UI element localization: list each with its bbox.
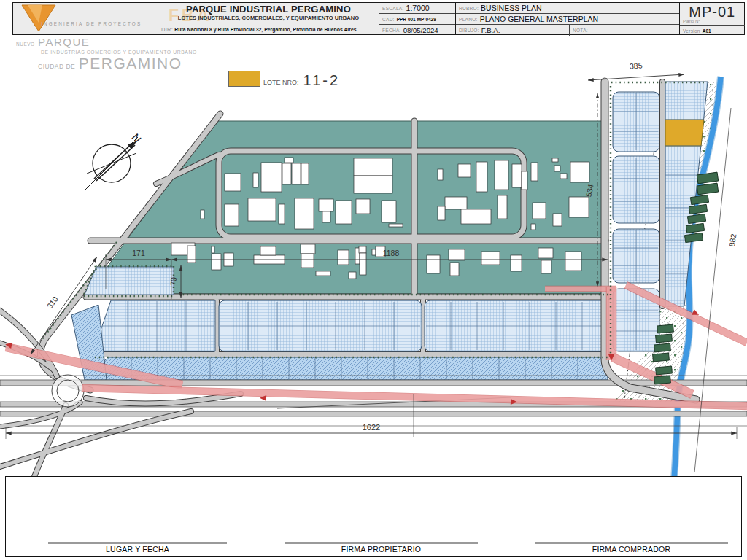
scale-cell: ESCALA:1:7000 CAD:PPR-001-MP-0429 FECHA:…: [379, 3, 455, 34]
fecha-value: 08/05/2024: [403, 26, 438, 34]
version-value: A01: [703, 28, 711, 34]
caption-line2: DE INDUSTRIAS COMERCIOS Y EQUIPAMIENTO U…: [41, 50, 197, 55]
caption-name: PARQUE: [38, 36, 90, 48]
project-title-cell: PARQUE INDUSTRIAL PERGAMINO LOTES INDUST…: [158, 3, 379, 34]
legend-swatch: [228, 71, 260, 87]
cad-label: CAD:: [382, 17, 395, 22]
fecha-label: FECHA:: [382, 28, 401, 33]
sheet-title: PARQUE INDUSTRIAL PERGAMINO: [158, 4, 379, 15]
legend-label: LOTE NRO:: [263, 79, 299, 86]
masterplan-sheet: 171 1188 70 385 534 310 1622 882 N FBA I…: [0, 0, 747, 560]
plan-info-cell: RUBRO:BUSINESS PLAN PLANO:PLANO GENERAL …: [455, 3, 679, 34]
sheet-subtitle: LOTES INDUSTRIALES, COMERCIALES, Y EQUIP…: [158, 15, 379, 21]
sheet-number-cell: MP-01 Plano N° Version A01: [679, 3, 745, 34]
dim-70: 70: [169, 277, 178, 286]
dim-171: 171: [132, 249, 145, 257]
lot-legend: LOTE NRO: 11-2: [228, 71, 340, 87]
sheet-number-label: Plano N°: [683, 19, 700, 23]
dim-882: 882: [727, 233, 738, 247]
rubro-value: BUSINESS PLAN: [481, 4, 541, 12]
roundabout: [52, 375, 84, 407]
dim-310: 310: [45, 295, 60, 310]
logo-cell: FBA INGENIERIA DE PROYECTOS: [13, 3, 158, 34]
signature-line: [48, 542, 227, 544]
caption-city: PERGAMINO: [79, 55, 182, 71]
nota-label: NOTA:: [573, 28, 588, 33]
legend-lot-number: 11-2: [303, 72, 341, 89]
fba-logo-icon: [20, 4, 57, 33]
signature-box: LUGAR Y FECHA FIRMA PROPIETARIO FIRMA CO…: [5, 476, 742, 557]
dim-1622: 1622: [363, 423, 380, 432]
plano-value: PLANO GENERAL MASTERPLAN: [480, 15, 598, 23]
dim-1188: 1188: [383, 249, 400, 257]
highlighted-lot-11-2: [665, 120, 704, 146]
signature-field-place-date: LUGAR Y FECHA: [48, 542, 227, 553]
dir-label: DIR:: [161, 26, 173, 33]
signature-label: FIRMA COMPRADOR: [535, 545, 728, 553]
version-label: Version: [683, 28, 700, 34]
title-block: FBA INGENIERIA DE PROYECTOS PARQUE INDUS…: [12, 2, 745, 35]
project-caption: NUEVO PARQUE DE INDUSTRIAS COMERCIOS Y E…: [16, 36, 197, 71]
signature-line: [535, 542, 728, 544]
rubro-label: RUBRO:: [459, 6, 479, 11]
dim-385: 385: [630, 61, 643, 70]
caption-prefix: NUEVO: [16, 42, 35, 47]
escala-label: ESCALA:: [382, 6, 404, 11]
plano-label: PLANO:: [459, 17, 478, 22]
signature-label: LUGAR Y FECHA: [48, 545, 227, 553]
escala-value: 1:7000: [406, 4, 430, 12]
sheet-code: MP-01: [680, 4, 745, 20]
caption-city-prefix: CIUDAD DE: [38, 63, 75, 70]
signature-field-buyer: FIRMA COMPRADOR: [535, 542, 728, 553]
address-row: DIR: Ruta Nacional 8 y Ruta Provincial 3…: [158, 23, 379, 36]
signature-line: [285, 542, 478, 544]
dir-value: Ruta Nacional 8 y Ruta Provincial 32, Pe…: [174, 27, 356, 32]
north-compass: N: [85, 131, 144, 190]
signature-label: FIRMA PROPIETARIO: [285, 545, 478, 553]
cad-value: PPR-001-MP-0429: [397, 17, 436, 22]
dibujo-value: F.B.A.: [481, 26, 500, 34]
signature-field-owner: FIRMA PROPIETARIO: [285, 542, 478, 553]
logo-tagline: INGENIERIA DE PROYECTOS: [41, 21, 142, 26]
dibujo-label: DIBUJO:: [459, 28, 479, 33]
